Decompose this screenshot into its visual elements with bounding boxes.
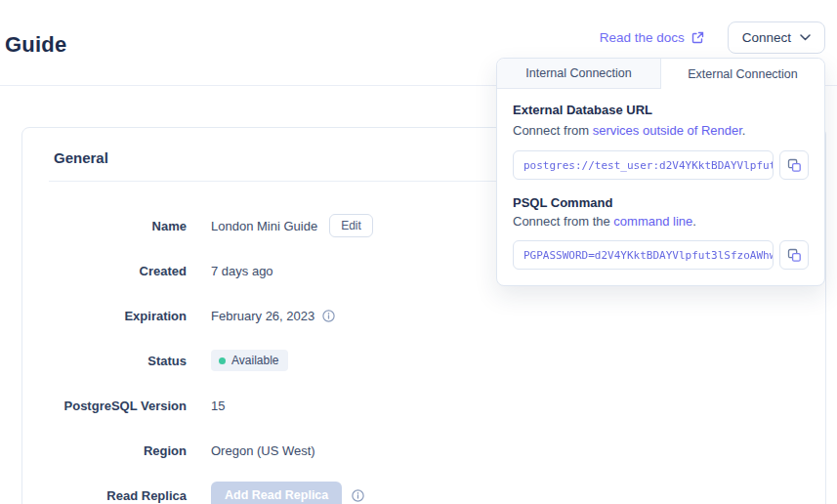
copy-external-url-button[interactable] [779,150,809,180]
chevron-down-icon [800,34,811,41]
name-label: Name [22,219,187,233]
expiration-value: February 26, 2023 [211,309,314,323]
command-line-link[interactable]: command line [613,214,692,229]
read-replica-info-icon[interactable] [352,489,364,502]
name-value: London Mini Guide [211,219,317,233]
region-label: Region [22,443,187,458]
read-the-docs-link[interactable]: Read the docs [600,30,704,45]
external-database-url-heading: External Database URL [513,103,809,117]
psql-command-heading: PSQL Command [513,195,809,210]
copy-icon [787,158,802,173]
connect-button[interactable]: Connect [728,21,825,54]
status-badge: Available [211,350,288,371]
psql-command-value: PGPASSWORD=d2V4YKktBDAYVlpfut3lSfzoAWhwb… [523,249,774,262]
connect-dropdown-panel: Internal Connection External Connection … [496,58,825,286]
created-value: 7 days ago [211,264,273,278]
row-read-replica: Read Replica Add Read Replica [22,473,825,504]
tab-internal-connection[interactable]: Internal Connection [497,59,661,89]
row-status: Status Available [22,338,825,383]
copy-icon [787,248,802,263]
created-label: Created [22,264,187,278]
read-replica-label: Read Replica [22,488,187,503]
expiration-label: Expiration [22,309,187,323]
version-value: 15 [211,399,225,413]
row-expiration: Expiration February 26, 2023 [22,293,825,338]
expiration-info-icon[interactable] [322,310,335,322]
copy-psql-button[interactable] [779,240,809,270]
status-value: Available [231,354,278,367]
psql-desc-prefix: Connect from the [513,214,613,229]
row-region: Region Oregon (US West) [22,428,825,473]
read-the-docs-label: Read the docs [600,30,685,45]
status-dot-icon [219,357,226,364]
services-outside-render-link[interactable]: services outside of Render [593,123,742,138]
psql-desc-suffix: . [692,214,696,229]
external-url-desc-suffix: . [742,123,746,138]
psql-copy-row: PGPASSWORD=d2V4YKktBDAYVlpfut3lSfzoAWhwb… [513,240,809,270]
tab-external-connection[interactable]: External Connection [661,59,824,89]
version-label: PostgreSQL Version [22,399,187,413]
status-label: Status [22,354,187,368]
region-value: Oregon (US West) [211,443,315,458]
psql-command-field[interactable]: PGPASSWORD=d2V4YKktBDAYVlpfut3lSfzoAWhwb… [513,240,774,270]
connect-button-label: Connect [742,30,791,45]
edit-name-button[interactable]: Edit [329,214,373,237]
external-url-copy-row: postgres://test_user:d2V4YKktBDAYVlpfut3… [513,150,809,180]
external-database-url-field[interactable]: postgres://test_user:d2V4YKktBDAYVlpfut3… [513,150,774,180]
connection-tabs: Internal Connection External Connection [497,59,824,89]
external-url-description: Connect from services outside of Render. [513,123,809,138]
row-postgresql-version: PostgreSQL Version 15 [22,383,825,428]
connect-panel-body: External Database URL Connect from servi… [497,89,824,270]
external-database-url-value: postgres://test_user:d2V4YKktBDAYVlpfut3… [523,159,774,172]
header-actions: Read the docs Connect [600,21,825,54]
psql-description: Connect from the command line. [513,214,809,229]
add-read-replica-button[interactable]: Add Read Replica [211,482,342,504]
external-url-desc-prefix: Connect from [513,123,593,138]
page-title: Guide [5,32,66,58]
external-link-icon [691,31,704,44]
